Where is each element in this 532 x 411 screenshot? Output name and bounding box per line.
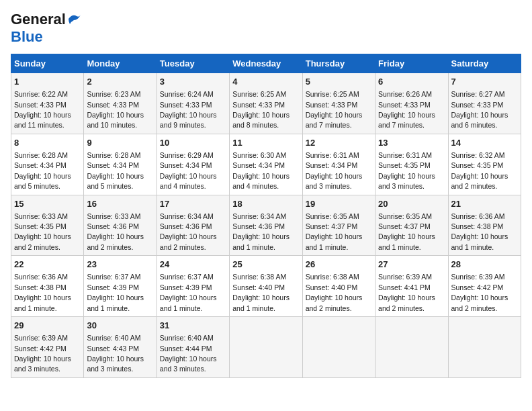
day-number: 8 [14,137,81,149]
day-number: 12 [306,137,372,149]
calendar-day-cell: 30Sunrise: 6:40 AMSunset: 4:43 PMDayligh… [84,317,157,378]
calendar-day-cell: 10Sunrise: 6:29 AMSunset: 4:34 PMDayligh… [157,134,229,195]
calendar-day-cell: 20Sunrise: 6:35 AMSunset: 4:37 PMDayligh… [375,195,448,256]
calendar-day-cell: 5Sunrise: 6:25 AMSunset: 4:33 PMDaylight… [302,73,375,134]
calendar-day-cell: 19Sunrise: 6:35 AMSunset: 4:37 PMDayligh… [302,195,375,256]
day-number: 26 [306,259,372,271]
sunrise-info: Sunrise: 6:33 AMSunset: 4:36 PMDaylight:… [87,212,144,251]
sunrise-info: Sunrise: 6:36 AMSunset: 4:38 PMDaylight:… [14,273,71,312]
calendar-day-cell: 29Sunrise: 6:39 AMSunset: 4:42 PMDayligh… [11,317,84,378]
calendar-day-cell: 13Sunrise: 6:31 AMSunset: 4:35 PMDayligh… [375,134,448,195]
logo-bird-icon [67,12,82,26]
day-number: 5 [306,76,372,88]
calendar-day-cell: 9Sunrise: 6:28 AMSunset: 4:34 PMDaylight… [84,134,157,195]
day-of-week-header: Monday [84,54,157,73]
day-of-week-header: Thursday [302,54,375,73]
day-number: 9 [87,137,153,149]
calendar-day-cell: 3Sunrise: 6:24 AMSunset: 4:33 PMDaylight… [157,73,229,134]
calendar-day-cell: 12Sunrise: 6:31 AMSunset: 4:34 PMDayligh… [302,134,375,195]
day-number: 23 [87,259,153,271]
calendar-day-cell [230,317,302,378]
calendar-day-cell: 18Sunrise: 6:34 AMSunset: 4:36 PMDayligh… [230,195,302,256]
calendar-day-cell: 8Sunrise: 6:28 AMSunset: 4:34 PMDaylight… [11,134,84,195]
calendar-day-cell [375,317,448,378]
day-number: 3 [160,76,226,88]
sunrise-info: Sunrise: 6:37 AMSunset: 4:39 PMDaylight:… [87,273,144,312]
calendar-day-cell: 22Sunrise: 6:36 AMSunset: 4:38 PMDayligh… [11,256,84,317]
calendar-day-cell: 27Sunrise: 6:39 AMSunset: 4:41 PMDayligh… [375,256,448,317]
day-number: 15 [14,198,81,210]
calendar-week-row: 1Sunrise: 6:22 AMSunset: 4:33 PMDaylight… [11,73,521,134]
sunrise-info: Sunrise: 6:27 AMSunset: 4:33 PMDaylight:… [451,90,508,129]
calendar-week-row: 29Sunrise: 6:39 AMSunset: 4:42 PMDayligh… [11,317,521,378]
sunrise-info: Sunrise: 6:25 AMSunset: 4:33 PMDaylight:… [306,90,363,129]
sunrise-info: Sunrise: 6:28 AMSunset: 4:34 PMDaylight:… [87,151,144,190]
calendar-day-cell: 25Sunrise: 6:38 AMSunset: 4:40 PMDayligh… [230,256,302,317]
calendar-day-cell: 21Sunrise: 6:36 AMSunset: 4:38 PMDayligh… [448,195,521,256]
day-of-week-header: Sunday [11,54,84,73]
calendar-day-cell: 31Sunrise: 6:40 AMSunset: 4:44 PMDayligh… [157,317,229,378]
day-number: 2 [87,76,153,88]
day-number: 17 [160,198,226,210]
calendar-week-row: 8Sunrise: 6:28 AMSunset: 4:34 PMDaylight… [11,134,521,195]
sunrise-info: Sunrise: 6:31 AMSunset: 4:35 PMDaylight:… [378,151,435,190]
sunrise-info: Sunrise: 6:28 AMSunset: 4:34 PMDaylight:… [14,151,71,190]
sunrise-info: Sunrise: 6:24 AMSunset: 4:33 PMDaylight:… [160,90,217,129]
day-of-week-header: Tuesday [157,54,229,73]
sunrise-info: Sunrise: 6:39 AMSunset: 4:42 PMDaylight:… [451,273,508,312]
sunrise-info: Sunrise: 6:25 AMSunset: 4:33 PMDaylight:… [232,90,290,129]
sunrise-info: Sunrise: 6:32 AMSunset: 4:35 PMDaylight:… [451,151,508,190]
day-number: 14 [451,137,518,149]
calendar-day-cell: 7Sunrise: 6:27 AMSunset: 4:33 PMDaylight… [448,73,521,134]
day-number: 27 [378,259,445,271]
sunrise-info: Sunrise: 6:39 AMSunset: 4:42 PMDaylight:… [14,334,71,373]
day-number: 22 [14,259,81,271]
calendar-day-cell: 4Sunrise: 6:25 AMSunset: 4:33 PMDaylight… [230,73,302,134]
day-number: 4 [232,76,299,88]
calendar-day-cell: 15Sunrise: 6:33 AMSunset: 4:35 PMDayligh… [11,195,84,256]
calendar-week-row: 15Sunrise: 6:33 AMSunset: 4:35 PMDayligh… [11,195,521,256]
day-of-week-header: Saturday [448,54,521,73]
sunrise-info: Sunrise: 6:38 AMSunset: 4:40 PMDaylight:… [306,273,363,312]
day-number: 25 [232,259,299,271]
sunrise-info: Sunrise: 6:35 AMSunset: 4:37 PMDaylight:… [306,212,363,251]
day-number: 16 [87,198,153,210]
calendar-day-cell: 28Sunrise: 6:39 AMSunset: 4:42 PMDayligh… [448,256,521,317]
calendar-day-cell: 17Sunrise: 6:34 AMSunset: 4:36 PMDayligh… [157,195,229,256]
calendar-day-cell: 6Sunrise: 6:26 AMSunset: 4:33 PMDaylight… [375,73,448,134]
sunrise-info: Sunrise: 6:34 AMSunset: 4:36 PMDaylight:… [232,212,290,251]
sunrise-info: Sunrise: 6:34 AMSunset: 4:36 PMDaylight:… [160,212,217,251]
calendar-day-cell: 16Sunrise: 6:33 AMSunset: 4:36 PMDayligh… [84,195,157,256]
calendar-week-row: 22Sunrise: 6:36 AMSunset: 4:38 PMDayligh… [11,256,521,317]
day-number: 13 [378,137,445,149]
sunrise-info: Sunrise: 6:39 AMSunset: 4:41 PMDaylight:… [378,273,435,312]
sunrise-info: Sunrise: 6:22 AMSunset: 4:33 PMDaylight:… [14,90,71,129]
sunrise-info: Sunrise: 6:35 AMSunset: 4:37 PMDaylight:… [378,212,435,251]
day-of-week-header: Friday [375,54,448,73]
day-number: 30 [87,320,153,332]
logo-text-general: General [11,11,66,28]
sunrise-info: Sunrise: 6:37 AMSunset: 4:39 PMDaylight:… [160,273,217,312]
day-number: 24 [160,259,226,271]
day-number: 10 [160,137,226,149]
calendar-table: SundayMondayTuesdayWednesdayThursdayFrid… [11,54,521,378]
sunrise-info: Sunrise: 6:23 AMSunset: 4:33 PMDaylight:… [87,90,144,129]
calendar-header-row: SundayMondayTuesdayWednesdayThursdayFrid… [11,54,521,73]
day-number: 21 [451,198,518,210]
calendar-day-cell [448,317,521,378]
day-number: 31 [160,320,226,332]
calendar-day-cell: 11Sunrise: 6:30 AMSunset: 4:34 PMDayligh… [230,134,302,195]
day-of-week-header: Wednesday [230,54,302,73]
sunrise-info: Sunrise: 6:40 AMSunset: 4:44 PMDaylight:… [160,334,217,373]
day-number: 18 [232,198,299,210]
calendar-day-cell: 1Sunrise: 6:22 AMSunset: 4:33 PMDaylight… [11,73,84,134]
page-header: General Blue [11,11,521,46]
day-number: 29 [14,320,81,332]
sunrise-info: Sunrise: 6:36 AMSunset: 4:38 PMDaylight:… [451,212,508,251]
day-number: 20 [378,198,445,210]
calendar-day-cell: 24Sunrise: 6:37 AMSunset: 4:39 PMDayligh… [157,256,229,317]
logo: General Blue [11,11,82,46]
sunrise-info: Sunrise: 6:30 AMSunset: 4:34 PMDaylight:… [232,151,290,190]
sunrise-info: Sunrise: 6:31 AMSunset: 4:34 PMDaylight:… [306,151,363,190]
sunrise-info: Sunrise: 6:29 AMSunset: 4:34 PMDaylight:… [160,151,217,190]
